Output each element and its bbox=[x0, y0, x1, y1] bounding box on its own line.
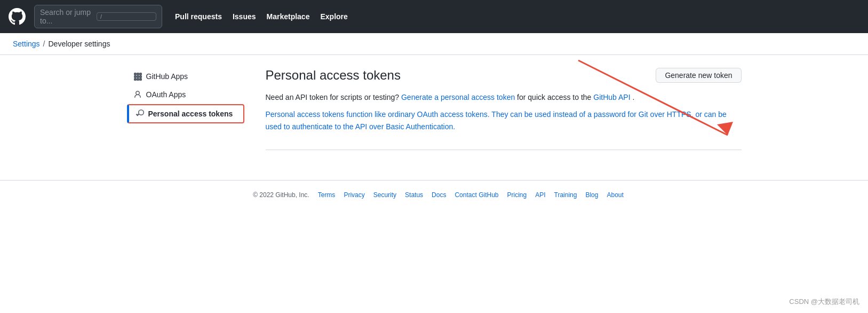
sidebar-item-oauth-apps[interactable]: OAuth Apps bbox=[127, 86, 244, 103]
breadcrumb: Settings / Developer settings bbox=[13, 40, 855, 48]
sub-description: Personal access tokens function like ord… bbox=[266, 108, 742, 132]
breadcrumb-separator: / bbox=[43, 40, 45, 48]
footer-link-privacy[interactable]: Privacy bbox=[344, 191, 364, 199]
main-header: Personal access tokens Generate new toke… bbox=[266, 68, 742, 83]
github-api-link[interactable]: GitHub API bbox=[593, 93, 630, 101]
footer-link-terms[interactable]: Terms bbox=[318, 191, 336, 199]
footer-link-pricing[interactable]: Pricing bbox=[507, 191, 527, 199]
grid-icon bbox=[133, 72, 142, 81]
footer-link-status[interactable]: Status bbox=[405, 191, 423, 199]
description-middle: for quick access to the bbox=[517, 93, 593, 101]
footer-link-blog[interactable]: Blog bbox=[585, 191, 598, 199]
sidebar-label-github-apps: GitHub Apps bbox=[146, 72, 188, 81]
footer-copyright: © 2022 GitHub, Inc. bbox=[253, 191, 309, 199]
footer-link-security[interactable]: Security bbox=[373, 191, 396, 199]
nav-pull-requests[interactable]: Pull requests bbox=[175, 12, 222, 21]
header-nav: Pull requests Issues Marketplace Explore bbox=[175, 12, 348, 21]
footer-link-about[interactable]: About bbox=[607, 191, 623, 199]
search-box[interactable]: Search or jump to... / bbox=[34, 5, 162, 28]
footer-link-docs[interactable]: Docs bbox=[432, 191, 446, 199]
header: Search or jump to... / Pull requests Iss… bbox=[0, 0, 868, 33]
nav-issues[interactable]: Issues bbox=[233, 12, 256, 21]
sidebar-item-personal-access-tokens[interactable]: Personal access tokens bbox=[127, 104, 244, 123]
sidebar-label-oauth-apps: OAuth Apps bbox=[146, 90, 186, 99]
description-text: Need an API token for scripts or testing… bbox=[266, 91, 742, 103]
sidebar-item-github-apps[interactable]: GitHub Apps bbox=[127, 68, 244, 85]
generate-new-token-button[interactable]: Generate new token bbox=[656, 68, 741, 83]
person-icon bbox=[133, 90, 142, 99]
nav-explore[interactable]: Explore bbox=[320, 12, 347, 21]
page-title: Personal access tokens bbox=[266, 68, 401, 83]
content-divider bbox=[266, 150, 742, 150]
sidebar: GitHub Apps OAuth Apps Personal access t… bbox=[127, 68, 244, 150]
breadcrumb-bar: Settings / Developer settings bbox=[0, 33, 868, 55]
nav-marketplace[interactable]: Marketplace bbox=[267, 12, 310, 21]
footer-link-training[interactable]: Training bbox=[554, 191, 577, 199]
sidebar-label-personal-access-tokens: Personal access tokens bbox=[148, 109, 233, 118]
description-prefix: Need an API token for scripts or testing… bbox=[266, 93, 400, 101]
page-layout: GitHub Apps OAuth Apps Personal access t… bbox=[114, 55, 754, 163]
footer-link-contact-github[interactable]: Contact GitHub bbox=[455, 191, 498, 199]
key-icon bbox=[136, 109, 144, 118]
main-content: Personal access tokens Generate new toke… bbox=[266, 68, 742, 150]
github-logo[interactable] bbox=[9, 8, 26, 25]
description-end: . bbox=[632, 93, 634, 101]
breadcrumb-current: Developer settings bbox=[48, 40, 110, 48]
search-placeholder: Search or jump to... bbox=[40, 8, 92, 25]
breadcrumb-settings[interactable]: Settings bbox=[13, 40, 40, 48]
footer-link-api[interactable]: API bbox=[535, 191, 545, 199]
search-shortcut: / bbox=[97, 12, 156, 21]
footer: © 2022 GitHub, Inc. Terms Privacy Securi… bbox=[0, 180, 868, 209]
generate-token-link[interactable]: Generate a personal access token bbox=[401, 93, 515, 101]
